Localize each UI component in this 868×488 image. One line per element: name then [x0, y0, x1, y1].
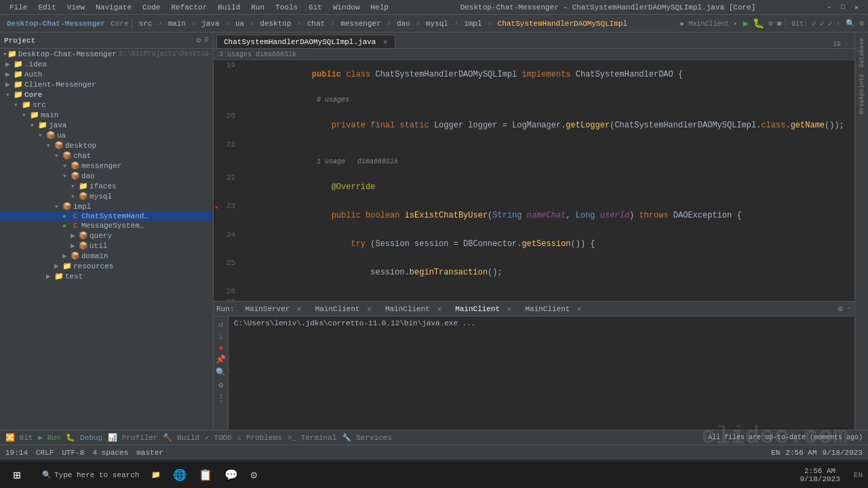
debug-button[interactable]: 🐛	[751, 18, 766, 29]
tree-root[interactable]: ▾ 📁 Desktop-Chat-Messenger D:\GitProject…	[0, 49, 213, 59]
sidebar-gear-icon[interactable]: ⚙	[197, 35, 201, 45]
tree-dao[interactable]: ▾ 📦 dao	[0, 171, 213, 181]
run-tab-mainserver[interactable]: MainServer ✕	[239, 303, 307, 314]
tree-idea[interactable]: ▶ 📁 .idea	[0, 59, 213, 69]
menu-help[interactable]: Help	[367, 2, 393, 13]
breakpoints-label[interactable]: Breakpoints	[859, 71, 865, 117]
tree-chat[interactable]: ▾ 📦 chat	[0, 150, 213, 161]
problems-bottom-btn[interactable]: ⚠ Problems	[237, 433, 282, 442]
run-tab-mainclient-4[interactable]: MainClient ✕	[519, 303, 587, 314]
nav-main[interactable]: main	[164, 18, 190, 29]
nav-src[interactable]: src	[135, 18, 157, 29]
run-tab-mainclient-2[interactable]: MainClient ✕	[380, 303, 447, 314]
code-editor[interactable]: 19 public class ChatSystemHandlerDAOMySQ…	[214, 60, 854, 301]
menu-git[interactable]: Git	[304, 2, 326, 13]
menu-file[interactable]: File	[5, 2, 31, 13]
tree-test[interactable]: ▶ 📁 test	[0, 271, 213, 281]
nav-file[interactable]: ChatSystemHandlerDAOMySQLImpl	[494, 18, 631, 29]
tree-mysql[interactable]: ▾ 📦 mysql	[0, 191, 213, 201]
tree-src[interactable]: ▾ 📁 src	[0, 100, 213, 110]
run-scroll-icon[interactable]: ↓	[218, 332, 223, 342]
tree-chat-system-handler[interactable]: ● C ChatSystemHand…	[0, 211, 213, 221]
git-bottom-icon[interactable]: 🔀 Git	[5, 433, 33, 442]
tree-query[interactable]: ▶ 📦 query	[0, 230, 213, 241]
menu-refactor[interactable]: Refactor	[167, 2, 211, 13]
tree-client-messenger[interactable]: ▶ 📁 Client-Messenger	[0, 79, 213, 89]
taskbar-app-4[interactable]: ⚙	[245, 463, 262, 487]
tree-auth[interactable]: ▶ 📁 Auth	[0, 69, 213, 79]
nav-impl[interactable]: impl	[460, 18, 486, 29]
database-label[interactable]: Database	[859, 35, 865, 70]
tab-close-icon[interactable]: ✕	[383, 38, 388, 46]
menu-code[interactable]: Code	[138, 2, 164, 13]
taskbar-app-3[interactable]: 💬	[219, 463, 243, 487]
taskbar-lang[interactable]: EN	[848, 471, 868, 479]
minimize-button[interactable]: –	[823, 1, 835, 14]
run-collapse-icon[interactable]: –	[847, 304, 852, 314]
close-button[interactable]: ✕	[850, 1, 863, 14]
tree-message-system[interactable]: ● C MessageSystem…	[0, 221, 213, 230]
nav-dao[interactable]: dao	[393, 18, 414, 29]
settings-button[interactable]: ⚙	[858, 19, 865, 28]
tree-ua[interactable]: ▾ 📦 ua	[0, 130, 213, 140]
profiler-bottom-btn[interactable]: 📊 Profiler	[108, 433, 157, 442]
tree-java[interactable]: ▾ 📁 java	[0, 120, 213, 130]
todo-bottom-btn[interactable]: ✓ TODO	[205, 433, 232, 442]
debug-bottom-btn[interactable]: 🐛 Debug	[66, 433, 102, 442]
run-filter-icon[interactable]: 🔍	[216, 367, 226, 378]
tree-domain[interactable]: ▶ 📦 domain	[0, 251, 213, 261]
taskbar-search[interactable]: 🔍 Type here to search	[37, 463, 144, 487]
maximize-button[interactable]: □	[837, 1, 849, 14]
nav-messenger[interactable]: messenger	[336, 18, 384, 29]
run-pin-icon[interactable]: 📌	[216, 354, 226, 365]
tab-chat-system-handler[interactable]: ChatSystemHandlerDAOMySQLImpl.java ✕	[216, 35, 395, 48]
tree-messenger[interactable]: ▾ 📦 messenger	[0, 161, 213, 171]
run-settings2-icon[interactable]: ⚙	[218, 380, 223, 390]
menu-view[interactable]: View	[63, 2, 89, 13]
run-restart-icon[interactable]: ↺	[218, 319, 223, 329]
terminal-bottom-btn[interactable]: >_ Terminal	[288, 434, 337, 442]
nav-chat[interactable]: chat	[303, 18, 329, 29]
tree-ifaces[interactable]: ▾ 📁 ifaces	[0, 181, 213, 191]
run-tab-mainclient1-close[interactable]: ✕	[367, 305, 372, 313]
run-tab-mainserver-close[interactable]: ✕	[297, 305, 302, 313]
tree-desktop[interactable]: ▾ 📦 desktop	[0, 140, 213, 150]
menu-navigate[interactable]: Navigate	[92, 2, 136, 13]
stop-button[interactable]: ■	[776, 20, 783, 28]
nav-mysql[interactable]: mysql	[422, 18, 452, 29]
build-bottom-btn[interactable]: 🔨 Build	[163, 433, 199, 442]
run-tab-mainclient4-close[interactable]: ✕	[577, 305, 582, 313]
tree-util[interactable]: ▶ 📦 util	[0, 241, 213, 251]
tree-core[interactable]: ▾ 📁 Core	[0, 89, 213, 100]
tree-impl[interactable]: ▾ 📦 impl	[0, 201, 213, 211]
run-tab-mainclient2-close[interactable]: ✕	[437, 305, 442, 313]
run-bottom-btn[interactable]: ▶ Run	[38, 433, 60, 442]
project-name[interactable]: Desktop-Chat-Messenger	[3, 18, 109, 29]
run-settings-icon[interactable]: ⚙	[838, 304, 843, 314]
tree-resources[interactable]: ▶ 📁 resources	[0, 261, 213, 271]
menu-tools[interactable]: Tools	[271, 2, 302, 13]
menu-build[interactable]: Build	[214, 2, 244, 13]
services-bottom-btn[interactable]: 🔧 Services	[342, 433, 391, 442]
menu-bar[interactable]: File Edit View Navigate Code Refactor Bu…	[5, 2, 393, 13]
run-tab-mainclient-3[interactable]: MainClient ✕	[450, 303, 517, 314]
window-controls[interactable]: – □ ✕	[823, 1, 863, 14]
run-config[interactable]: ▶ MainClient ▾	[678, 20, 741, 28]
menu-edit[interactable]: Edit	[34, 2, 60, 13]
taskbar-file-explorer[interactable]: 📁	[146, 463, 166, 487]
menu-run[interactable]: Run	[247, 2, 269, 13]
console-output[interactable]: C:\Users\leniv\.jdks\corretto-11.0.12\bi…	[229, 317, 854, 430]
start-button[interactable]: ⊞	[0, 462, 34, 489]
run-more-icon[interactable]: ⋮	[217, 393, 225, 403]
nav-desktop[interactable]: desktop	[256, 18, 295, 29]
taskbar-app-1[interactable]: 🌐	[167, 463, 192, 487]
menu-window[interactable]: Window	[329, 2, 364, 13]
nav-ua[interactable]: ua	[231, 18, 248, 29]
nav-java[interactable]: java	[197, 18, 223, 29]
search-button[interactable]: 🔍	[844, 19, 856, 28]
run-tab-mainclient3-close[interactable]: ✕	[507, 305, 512, 313]
run-button[interactable]: ▶	[742, 18, 750, 29]
run-tab-mainclient-1[interactable]: MainClient ✕	[310, 303, 377, 314]
git-label[interactable]: Git: ✓ ✓ ✓ ↑	[789, 20, 843, 28]
taskbar-app-2[interactable]: 📋	[193, 463, 218, 487]
